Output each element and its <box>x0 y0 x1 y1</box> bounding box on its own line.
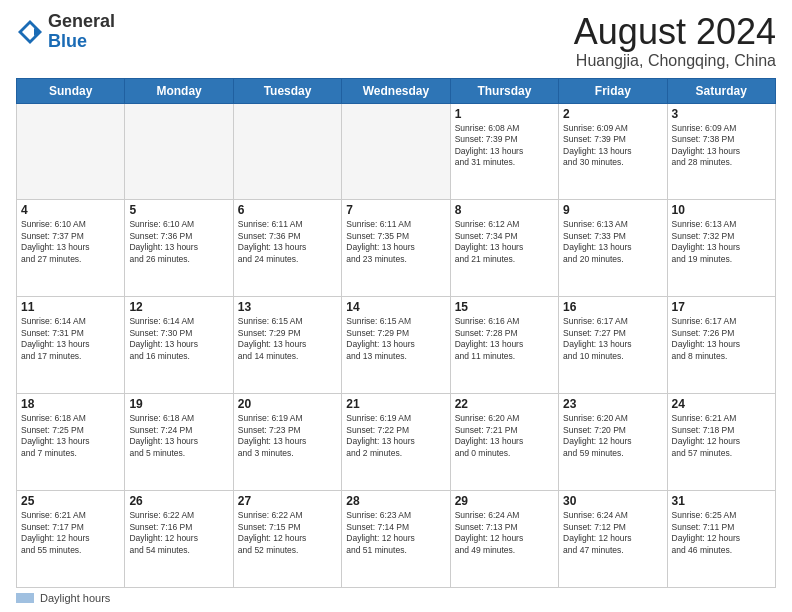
weekday-header: Friday <box>559 78 667 103</box>
calendar-cell <box>233 103 341 200</box>
calendar-cell: 26Sunrise: 6:22 AM Sunset: 7:16 PM Dayli… <box>125 491 233 588</box>
calendar-cell: 11Sunrise: 6:14 AM Sunset: 7:31 PM Dayli… <box>17 297 125 394</box>
day-number: 19 <box>129 397 228 411</box>
page: General Blue August 2024 Huangjia, Chong… <box>0 0 792 612</box>
weekday-header: Sunday <box>17 78 125 103</box>
calendar-week-row: 4Sunrise: 6:10 AM Sunset: 7:37 PM Daylig… <box>17 200 776 297</box>
day-info: Sunrise: 6:12 AM Sunset: 7:34 PM Dayligh… <box>455 219 554 265</box>
calendar-cell: 22Sunrise: 6:20 AM Sunset: 7:21 PM Dayli… <box>450 394 558 491</box>
weekday-header: Saturday <box>667 78 775 103</box>
day-info: Sunrise: 6:25 AM Sunset: 7:11 PM Dayligh… <box>672 510 771 556</box>
day-info: Sunrise: 6:14 AM Sunset: 7:31 PM Dayligh… <box>21 316 120 362</box>
day-number: 31 <box>672 494 771 508</box>
day-info: Sunrise: 6:09 AM Sunset: 7:38 PM Dayligh… <box>672 123 771 169</box>
calendar-cell: 13Sunrise: 6:15 AM Sunset: 7:29 PM Dayli… <box>233 297 341 394</box>
calendar-cell: 10Sunrise: 6:13 AM Sunset: 7:32 PM Dayli… <box>667 200 775 297</box>
calendar-cell: 29Sunrise: 6:24 AM Sunset: 7:13 PM Dayli… <box>450 491 558 588</box>
day-number: 16 <box>563 300 662 314</box>
day-number: 7 <box>346 203 445 217</box>
calendar-week-row: 1Sunrise: 6:08 AM Sunset: 7:39 PM Daylig… <box>17 103 776 200</box>
logo-icon <box>16 18 44 46</box>
day-info: Sunrise: 6:08 AM Sunset: 7:39 PM Dayligh… <box>455 123 554 169</box>
calendar-cell: 19Sunrise: 6:18 AM Sunset: 7:24 PM Dayli… <box>125 394 233 491</box>
calendar-cell <box>125 103 233 200</box>
day-number: 13 <box>238 300 337 314</box>
day-info: Sunrise: 6:13 AM Sunset: 7:33 PM Dayligh… <box>563 219 662 265</box>
day-info: Sunrise: 6:19 AM Sunset: 7:22 PM Dayligh… <box>346 413 445 459</box>
calendar-cell: 14Sunrise: 6:15 AM Sunset: 7:29 PM Dayli… <box>342 297 450 394</box>
calendar-cell: 5Sunrise: 6:10 AM Sunset: 7:36 PM Daylig… <box>125 200 233 297</box>
calendar-cell: 9Sunrise: 6:13 AM Sunset: 7:33 PM Daylig… <box>559 200 667 297</box>
day-info: Sunrise: 6:23 AM Sunset: 7:14 PM Dayligh… <box>346 510 445 556</box>
logo-general: General <box>48 11 115 31</box>
day-number: 30 <box>563 494 662 508</box>
weekday-header: Tuesday <box>233 78 341 103</box>
day-info: Sunrise: 6:21 AM Sunset: 7:18 PM Dayligh… <box>672 413 771 459</box>
day-info: Sunrise: 6:18 AM Sunset: 7:25 PM Dayligh… <box>21 413 120 459</box>
day-number: 27 <box>238 494 337 508</box>
day-info: Sunrise: 6:15 AM Sunset: 7:29 PM Dayligh… <box>346 316 445 362</box>
day-number: 5 <box>129 203 228 217</box>
calendar-cell: 7Sunrise: 6:11 AM Sunset: 7:35 PM Daylig… <box>342 200 450 297</box>
day-info: Sunrise: 6:14 AM Sunset: 7:30 PM Dayligh… <box>129 316 228 362</box>
day-number: 25 <box>21 494 120 508</box>
day-info: Sunrise: 6:24 AM Sunset: 7:13 PM Dayligh… <box>455 510 554 556</box>
calendar-cell: 31Sunrise: 6:25 AM Sunset: 7:11 PM Dayli… <box>667 491 775 588</box>
day-info: Sunrise: 6:15 AM Sunset: 7:29 PM Dayligh… <box>238 316 337 362</box>
calendar-cell: 17Sunrise: 6:17 AM Sunset: 7:26 PM Dayli… <box>667 297 775 394</box>
day-number: 23 <box>563 397 662 411</box>
day-number: 17 <box>672 300 771 314</box>
logo-text: General Blue <box>48 12 115 52</box>
day-info: Sunrise: 6:20 AM Sunset: 7:21 PM Dayligh… <box>455 413 554 459</box>
calendar-week-row: 25Sunrise: 6:21 AM Sunset: 7:17 PM Dayli… <box>17 491 776 588</box>
daylight-label: Daylight hours <box>40 592 110 604</box>
day-number: 10 <box>672 203 771 217</box>
day-number: 29 <box>455 494 554 508</box>
day-info: Sunrise: 6:19 AM Sunset: 7:23 PM Dayligh… <box>238 413 337 459</box>
calendar-cell: 28Sunrise: 6:23 AM Sunset: 7:14 PM Dayli… <box>342 491 450 588</box>
month-year: August 2024 <box>574 12 776 52</box>
day-number: 15 <box>455 300 554 314</box>
day-number: 28 <box>346 494 445 508</box>
calendar-week-row: 11Sunrise: 6:14 AM Sunset: 7:31 PM Dayli… <box>17 297 776 394</box>
day-number: 1 <box>455 107 554 121</box>
day-info: Sunrise: 6:21 AM Sunset: 7:17 PM Dayligh… <box>21 510 120 556</box>
calendar-cell: 3Sunrise: 6:09 AM Sunset: 7:38 PM Daylig… <box>667 103 775 200</box>
day-info: Sunrise: 6:16 AM Sunset: 7:28 PM Dayligh… <box>455 316 554 362</box>
daylight-swatch <box>16 593 34 603</box>
logo-blue: Blue <box>48 31 87 51</box>
day-info: Sunrise: 6:11 AM Sunset: 7:35 PM Dayligh… <box>346 219 445 265</box>
day-number: 4 <box>21 203 120 217</box>
calendar-cell: 15Sunrise: 6:16 AM Sunset: 7:28 PM Dayli… <box>450 297 558 394</box>
day-info: Sunrise: 6:11 AM Sunset: 7:36 PM Dayligh… <box>238 219 337 265</box>
day-info: Sunrise: 6:17 AM Sunset: 7:27 PM Dayligh… <box>563 316 662 362</box>
day-number: 22 <box>455 397 554 411</box>
calendar-week-row: 18Sunrise: 6:18 AM Sunset: 7:25 PM Dayli… <box>17 394 776 491</box>
calendar-cell: 18Sunrise: 6:18 AM Sunset: 7:25 PM Dayli… <box>17 394 125 491</box>
calendar-cell: 1Sunrise: 6:08 AM Sunset: 7:39 PM Daylig… <box>450 103 558 200</box>
calendar-cell: 27Sunrise: 6:22 AM Sunset: 7:15 PM Dayli… <box>233 491 341 588</box>
weekday-header-row: SundayMondayTuesdayWednesdayThursdayFrid… <box>17 78 776 103</box>
day-number: 18 <box>21 397 120 411</box>
calendar-cell: 4Sunrise: 6:10 AM Sunset: 7:37 PM Daylig… <box>17 200 125 297</box>
calendar-cell: 21Sunrise: 6:19 AM Sunset: 7:22 PM Dayli… <box>342 394 450 491</box>
calendar-cell: 24Sunrise: 6:21 AM Sunset: 7:18 PM Dayli… <box>667 394 775 491</box>
day-number: 9 <box>563 203 662 217</box>
calendar-cell: 2Sunrise: 6:09 AM Sunset: 7:39 PM Daylig… <box>559 103 667 200</box>
weekday-header: Thursday <box>450 78 558 103</box>
day-info: Sunrise: 6:22 AM Sunset: 7:15 PM Dayligh… <box>238 510 337 556</box>
day-number: 8 <box>455 203 554 217</box>
calendar-cell: 16Sunrise: 6:17 AM Sunset: 7:27 PM Dayli… <box>559 297 667 394</box>
day-number: 20 <box>238 397 337 411</box>
day-info: Sunrise: 6:10 AM Sunset: 7:36 PM Dayligh… <box>129 219 228 265</box>
calendar-cell: 8Sunrise: 6:12 AM Sunset: 7:34 PM Daylig… <box>450 200 558 297</box>
location: Huangjia, Chongqing, China <box>574 52 776 70</box>
day-number: 11 <box>21 300 120 314</box>
day-info: Sunrise: 6:13 AM Sunset: 7:32 PM Dayligh… <box>672 219 771 265</box>
calendar-cell: 12Sunrise: 6:14 AM Sunset: 7:30 PM Dayli… <box>125 297 233 394</box>
day-info: Sunrise: 6:17 AM Sunset: 7:26 PM Dayligh… <box>672 316 771 362</box>
calendar-cell <box>17 103 125 200</box>
weekday-header: Monday <box>125 78 233 103</box>
day-info: Sunrise: 6:24 AM Sunset: 7:12 PM Dayligh… <box>563 510 662 556</box>
day-number: 6 <box>238 203 337 217</box>
